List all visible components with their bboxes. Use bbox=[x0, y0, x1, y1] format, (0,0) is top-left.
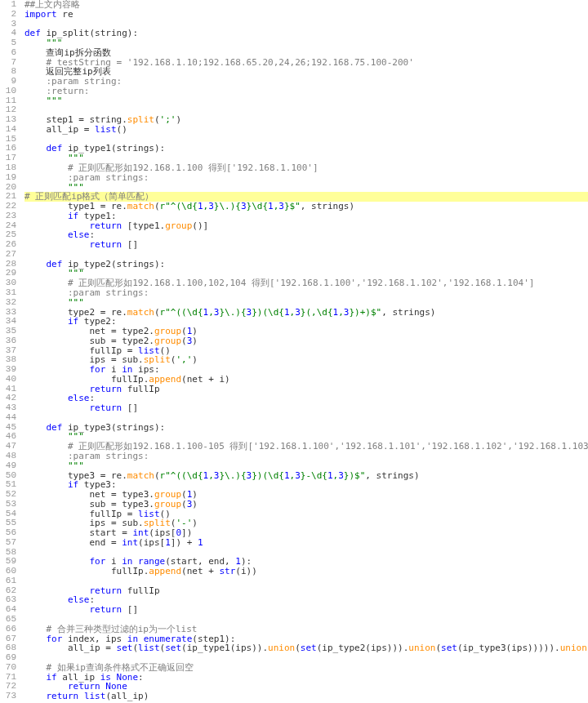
code-line: :param string: bbox=[24, 77, 588, 87]
code-line: import re bbox=[24, 10, 588, 20]
code-line bbox=[24, 413, 588, 423]
code-line bbox=[24, 250, 588, 260]
line-number: 66 bbox=[2, 625, 16, 634]
line-number: 31 bbox=[2, 288, 16, 298]
code-line: """ bbox=[24, 96, 588, 106]
code-line: sub = type2.group(3) bbox=[24, 336, 588, 346]
code-line: return [] bbox=[24, 605, 588, 615]
code-line: return [type1.group()] bbox=[24, 221, 588, 231]
line-number: 48 bbox=[2, 452, 16, 461]
code-line: ##上文内容略 bbox=[24, 0, 588, 10]
line-number: 10 bbox=[2, 87, 16, 96]
code-line: def ip_split(string): bbox=[24, 29, 588, 38]
code-line: :param strings: bbox=[24, 452, 588, 461]
line-number-gutter: 1234567891011121314151617181920212223242… bbox=[0, 0, 21, 701]
code-line: fullIp.append(net + str(i)) bbox=[24, 567, 588, 576]
line-number: 36 bbox=[2, 336, 16, 346]
code-line: return fullIp bbox=[24, 385, 588, 394]
code-line: all_ip = list() bbox=[24, 125, 588, 135]
line-number: 73 bbox=[2, 692, 16, 701]
code-line: :return: bbox=[24, 87, 588, 96]
line-number: 19 bbox=[2, 173, 16, 183]
code-pre: ##上文内容略import re def ip_split(string): "… bbox=[24, 0, 588, 701]
line-number: 6 bbox=[2, 48, 16, 58]
line-number: 65 bbox=[2, 615, 16, 625]
code-line: sub = type3.group(3) bbox=[24, 500, 588, 509]
line-number: 27 bbox=[2, 250, 16, 260]
code-line: end = int(ips[1]) + 1 bbox=[24, 538, 588, 548]
code-line: # 合并三种类型过滤的ip为一个list bbox=[24, 625, 588, 634]
line-number: 49 bbox=[2, 461, 16, 471]
line-number: 70 bbox=[2, 663, 16, 673]
line-number: 57 bbox=[2, 538, 16, 548]
line-number: 23 bbox=[2, 211, 16, 221]
code-line: def ip_type1(strings): bbox=[24, 144, 588, 154]
code-line: def ip_type2(strings): bbox=[24, 260, 588, 269]
code-line: return list(all_ip) bbox=[24, 692, 588, 701]
line-number: 40 bbox=[2, 375, 16, 385]
code-line: :param strings: bbox=[24, 288, 588, 298]
code-container: 1234567891011121314151617181920212223242… bbox=[0, 0, 588, 701]
code-line: def ip_type3(strings): bbox=[24, 423, 588, 433]
line-number: 32 bbox=[2, 298, 16, 308]
line-number: 61 bbox=[2, 576, 16, 586]
code-line: return [] bbox=[24, 403, 588, 413]
line-number: 53 bbox=[2, 500, 16, 509]
line-number: 14 bbox=[2, 125, 16, 135]
line-number: 44 bbox=[2, 413, 16, 423]
code-line: all_ip = set(list(set(ip_type1(ips)).uni… bbox=[24, 643, 588, 653]
code-line: return fullIp bbox=[24, 586, 588, 596]
code-area: ##上文内容略import re def ip_split(string): "… bbox=[21, 0, 588, 701]
line-number: 1 bbox=[2, 0, 16, 10]
code-line: return [] bbox=[24, 240, 588, 250]
line-number: 2 bbox=[2, 10, 16, 20]
code-line: :param strings: bbox=[24, 173, 588, 183]
